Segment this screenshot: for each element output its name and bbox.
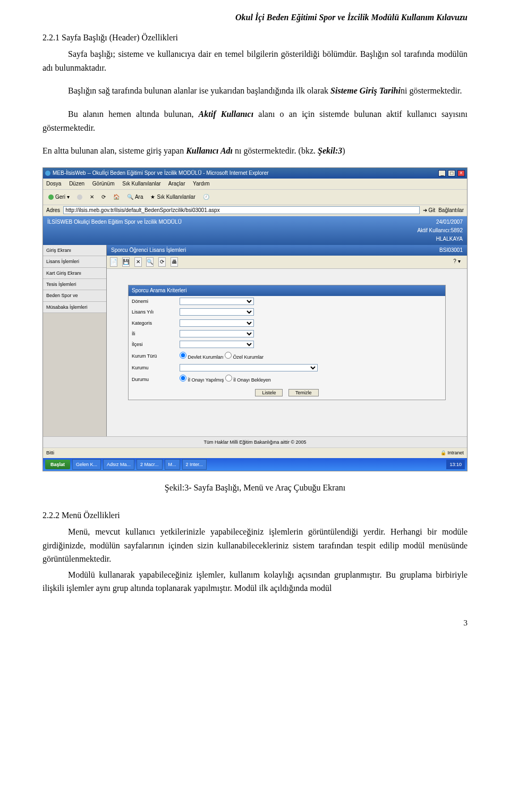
- label-kurum-turu: Kurum Türü: [129, 350, 176, 362]
- menu-tools[interactable]: Araçlar: [168, 181, 185, 187]
- toolbar-new-icon[interactable]: 📄: [110, 257, 117, 267]
- sidebar-item-kart[interactable]: Kart Giriş Ekranı: [43, 268, 106, 279]
- paragraph-3: Bu alanın hemen altında bulunan, Aktif K…: [42, 107, 468, 134]
- main-header-title: Sporcu Öğrenci Lisans İşlemleri: [111, 246, 186, 255]
- paragraph-4-pre: En altta bulunan alan, sisteme giriş yap…: [42, 146, 186, 155]
- history-button[interactable]: 🕘: [201, 192, 211, 202]
- select-ilcesi[interactable]: [180, 341, 254, 348]
- document-title: Okul İçi Beden Eğitimi Spor ve İzcilik M…: [42, 11, 468, 24]
- paragraph-3-pre: Bu alanın hemen altında bulunan,: [68, 109, 199, 119]
- sidebar: Giriş Ekranı Lisans İşlemleri Kart Giriş…: [43, 245, 107, 436]
- menu-view[interactable]: Görünüm: [92, 181, 115, 187]
- task-2[interactable]: Adsız Ma...: [103, 459, 134, 470]
- select-donem[interactable]: [180, 298, 254, 305]
- toolbar-save-icon[interactable]: 💾: [122, 257, 130, 267]
- paragraph-5: Menü, mevcut kullanıcı yetkilerinizle ya…: [42, 525, 468, 566]
- section-2-2-1-heading: 2.2.1 Sayfa Başlığı (Header) Özellikleri: [42, 31, 468, 45]
- search-panel: Sporcu Arama Kriterleri Dönemi Lisans Yı…: [128, 285, 446, 401]
- radio-onay-yapilmis[interactable]: [180, 375, 186, 382]
- search-button[interactable]: 🔍 Ara: [125, 192, 146, 202]
- minimize-button[interactable]: _: [438, 170, 446, 176]
- figure-3-screenshot: MEB-İlsisWeb -- Okulİçi Beden Eğitimi Sp…: [42, 167, 468, 471]
- forward-button[interactable]: [75, 193, 84, 201]
- app-header-active-users: Aktif Kullanıcı:5892: [417, 226, 463, 235]
- sidebar-item-tesis[interactable]: Tesis İşlemleri: [43, 279, 106, 290]
- paragraph-2-term: Sisteme Giriş Tarihi: [330, 86, 401, 95]
- sidebar-item-giris[interactable]: Giriş Ekranı: [43, 245, 106, 256]
- toolbar-print-icon[interactable]: 🖶: [171, 257, 178, 267]
- radio-onay-yapilmis-label: İl Onayı Yapılmış: [188, 377, 224, 383]
- toolbar-search-icon[interactable]: 🔍: [146, 257, 154, 267]
- app-header-status: 24/01/2007 Aktif Kullanıcı:5892 HLALKAYA: [417, 218, 463, 243]
- menu-edit[interactable]: Düzen: [69, 181, 84, 187]
- favorites-button[interactable]: ★ Sık Kullanılanlar: [148, 192, 197, 202]
- radio-devlet-label: Devlet Kurumları: [188, 354, 224, 360]
- radio-devlet[interactable]: [180, 352, 186, 359]
- app-footer: Tüm Haklar Milli Eğitim Bakanlığına aitt…: [43, 436, 467, 447]
- menu-help[interactable]: Yardım: [193, 181, 210, 187]
- sidebar-item-beden[interactable]: Beden Spor ve: [43, 290, 106, 301]
- paragraph-6: Modülü kullanarak yapabileceğiniz işleml…: [42, 568, 468, 595]
- go-label: Git: [428, 207, 435, 213]
- ie-menu-bar: Dosya Düzen Görünüm Sık Kullanılanlar Ar…: [43, 179, 467, 190]
- status-done: Bitti: [46, 449, 54, 456]
- links-label[interactable]: Bağlantılar: [438, 206, 464, 215]
- main-toolbar: 📄 💾 ✕ 🔍 ⟳ 🖶 ? ▾: [107, 256, 467, 269]
- label-durumu: Durumu: [129, 373, 176, 385]
- page-number: 3: [42, 616, 468, 629]
- sidebar-item-lisans[interactable]: Lisans İşlemleri: [43, 256, 106, 267]
- app-header-date: 24/01/2007: [417, 218, 463, 226]
- toolbar-delete-icon[interactable]: ✕: [134, 257, 142, 267]
- paragraph-4-term: Kullanıcı Adı: [186, 146, 233, 155]
- ie-icon: [45, 171, 50, 176]
- back-button[interactable]: Geri ▾: [46, 192, 72, 202]
- start-button[interactable]: Başlat: [45, 460, 70, 469]
- paragraph-2: Başlığın sağ tarafında bulunan alanlar i…: [42, 84, 468, 98]
- paragraph-3-term: Aktif Kullanıcı: [199, 109, 253, 119]
- paragraph-2-pre: Başlığın sağ tarafında bulunan alanlar i…: [68, 86, 330, 95]
- task-4[interactable]: M...: [165, 459, 180, 470]
- radio-ozel[interactable]: [225, 352, 232, 359]
- toolbar-help-icon[interactable]: ? ▾: [453, 257, 461, 266]
- ie-titlebar: MEB-İlsisWeb -- Okulİçi Beden Eğitimi Sp…: [43, 168, 467, 179]
- system-tray[interactable]: 13:10: [446, 460, 465, 469]
- select-ili[interactable]: [180, 330, 254, 337]
- app-header: İLSİSWEB Okuliçi Beden Eğitim Spor ve İz…: [43, 216, 467, 245]
- select-kategoris[interactable]: [180, 319, 254, 327]
- label-ilcesi: İlçesi: [129, 339, 176, 350]
- forward-icon: [77, 194, 82, 200]
- task-1[interactable]: Gelen K...: [72, 459, 101, 470]
- ie-address-bar: Adres ➜ Git Bağlantılar: [43, 205, 467, 216]
- paragraph-4-close: ): [342, 146, 345, 155]
- radio-ozel-label: Özel Kurumlar: [233, 354, 264, 360]
- ie-title-text: MEB-İlsisWeb -- Okulİçi Beden Eğitimi Sp…: [53, 170, 269, 176]
- temizle-button[interactable]: Temizle: [288, 389, 319, 396]
- toolbar-refresh-icon[interactable]: ⟳: [158, 257, 166, 267]
- paragraph-2-post: ni göstermektedir.: [401, 86, 462, 95]
- maximize-button[interactable]: □: [448, 170, 455, 176]
- select-lisans-yili[interactable]: [180, 308, 254, 316]
- main-header: Sporcu Öğrenci Lisans İşlemleri BSI03001: [107, 245, 467, 256]
- taskbar: Başlat Gelen K... Adsız Ma... 2 Macr... …: [43, 458, 467, 471]
- listele-button[interactable]: Listele: [255, 389, 283, 396]
- task-3[interactable]: 2 Macr...: [137, 459, 163, 470]
- paragraph-1: Sayfa başlığı; sisteme ve kullanıcıya da…: [42, 47, 468, 74]
- label-kategoris: Kategoris: [129, 318, 176, 328]
- app-body: Giriş Ekranı Lisans İşlemleri Kart Giriş…: [43, 245, 467, 436]
- sidebar-item-musabaka[interactable]: Müsabaka İşlemleri: [43, 302, 106, 313]
- paragraph-4: En altta bulunan alan, sisteme giriş yap…: [42, 144, 468, 158]
- paragraph-4-post: nı göstermektedir. (bkz.: [233, 146, 318, 155]
- task-5[interactable]: 2 Inter...: [182, 459, 207, 470]
- close-button[interactable]: ×: [457, 170, 465, 176]
- menu-favorites[interactable]: Sık Kullanılanlar: [122, 181, 160, 187]
- home-button[interactable]: 🏠: [111, 192, 122, 202]
- search-form: Dönemi Lisans Yılı Kategoris İli İlçesi …: [129, 296, 445, 400]
- refresh-button[interactable]: ⟳: [99, 192, 108, 202]
- select-kurumu[interactable]: [180, 364, 318, 371]
- stop-button[interactable]: ✕: [88, 192, 96, 202]
- go-button[interactable]: ➜ Git: [423, 206, 436, 215]
- menu-file[interactable]: Dosya: [46, 181, 61, 187]
- radio-onay-bekleyen[interactable]: [225, 375, 232, 382]
- radio-onay-bekleyen-label: İl Onayı Bekleyen: [233, 377, 271, 383]
- address-input[interactable]: [63, 206, 420, 214]
